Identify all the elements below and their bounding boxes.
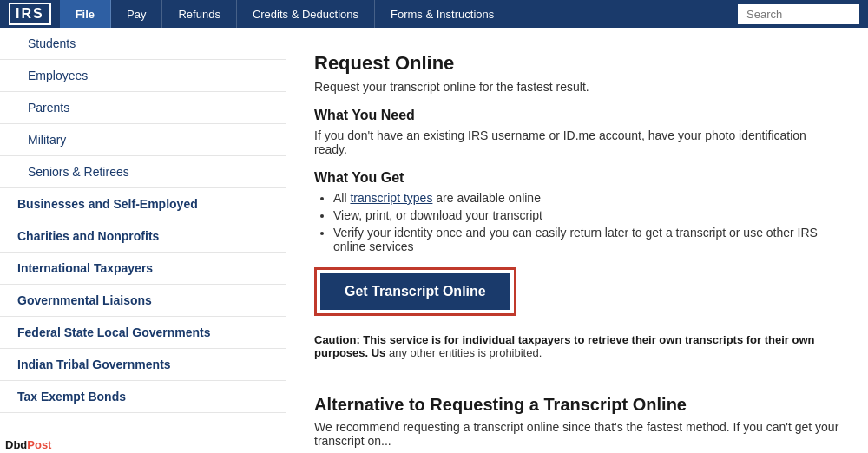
sidebar-item-parents[interactable]: Parents xyxy=(0,92,286,124)
what-you-get-title: What You Get xyxy=(314,170,840,186)
watermark-brand1: Dbd xyxy=(5,438,27,451)
nav-tab-forms[interactable]: Forms & Instructions xyxy=(375,0,510,28)
watermark-brand2: Post xyxy=(27,438,51,451)
nav-tab-pay[interactable]: Pay xyxy=(111,0,162,28)
irs-logo-text: IRS xyxy=(9,3,51,25)
top-navigation: IRS File Pay Refunds Credits & Deduction… xyxy=(0,0,868,28)
content-area: Request Online Request your transcript o… xyxy=(286,28,868,453)
list-item: Verify your identity once and you can ea… xyxy=(333,226,840,253)
sidebar-item-governmental[interactable]: Governmental Liaisons xyxy=(0,285,286,317)
section-divider xyxy=(314,377,840,378)
list-item: View, print, or download your transcript xyxy=(333,208,840,222)
what-you-need-title: What You Need xyxy=(314,108,840,123)
search-input[interactable] xyxy=(738,4,859,24)
sidebar-item-businesses[interactable]: Businesses and Self-Employed xyxy=(0,188,286,220)
what-you-need-desc: If you don't have an existing IRS userna… xyxy=(314,128,840,156)
request-online-title: Request Online xyxy=(314,52,840,75)
transcript-types-link[interactable]: transcript types xyxy=(350,191,432,205)
sidebar-item-federal[interactable]: Federal State Local Governments xyxy=(0,317,286,349)
sidebar-item-employees[interactable]: Employees xyxy=(0,60,286,92)
nav-tab-file[interactable]: File xyxy=(60,0,111,28)
caution-text: Caution: This service is for individual … xyxy=(314,333,840,359)
list-item: All transcript types are available onlin… xyxy=(333,191,840,205)
nav-tabs: File Pay Refunds Credits & Deductions Fo… xyxy=(60,0,738,28)
irs-logo: IRS xyxy=(9,3,51,25)
sidebar-item-military[interactable]: Military xyxy=(0,124,286,156)
alternative-title: Alternative to Requesting a Transcript O… xyxy=(314,395,840,415)
sidebar-item-indian[interactable]: Indian Tribal Governments xyxy=(0,349,286,381)
sidebar-item-charities[interactable]: Charities and Nonprofits xyxy=(0,220,286,253)
what-you-get-list: All transcript types are available onlin… xyxy=(314,191,840,253)
request-online-desc: Request your transcript online for the f… xyxy=(314,80,840,94)
get-transcript-btn-container: Get Transcript Online xyxy=(314,267,516,316)
get-transcript-online-button[interactable]: Get Transcript Online xyxy=(320,273,510,310)
sidebar: Students Employees Parents Military Seni… xyxy=(0,28,286,453)
nav-tab-credits[interactable]: Credits & Deductions xyxy=(237,0,375,28)
main-layout: Students Employees Parents Military Seni… xyxy=(0,28,868,453)
sidebar-item-international[interactable]: International Taxpayers xyxy=(0,253,286,285)
watermark: DbdPost xyxy=(0,437,56,453)
sidebar-item-students[interactable]: Students xyxy=(0,28,286,60)
nav-tab-refunds[interactable]: Refunds xyxy=(162,0,236,28)
sidebar-item-tax-exempt[interactable]: Tax Exempt Bonds xyxy=(0,381,286,413)
alternative-desc: We recommend requesting a transcript onl… xyxy=(314,420,840,448)
sidebar-item-seniors[interactable]: Seniors & Retirees xyxy=(0,156,286,188)
